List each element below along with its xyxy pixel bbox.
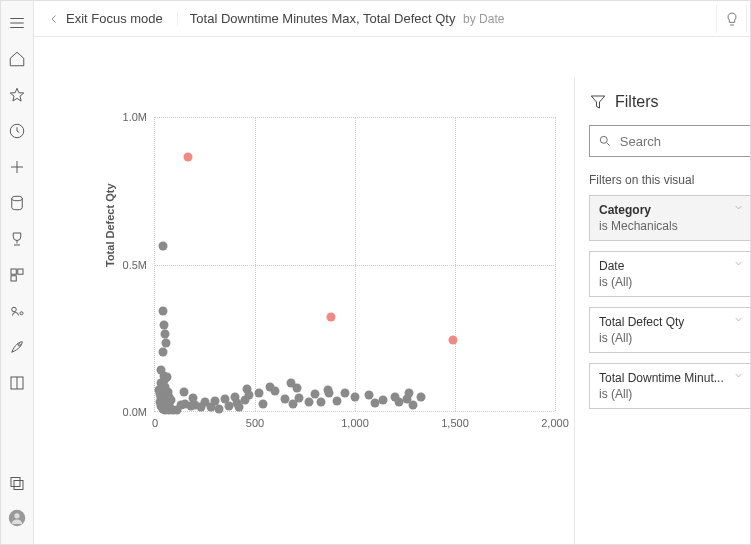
filter-name: Total Downtime Minut... xyxy=(599,371,751,385)
filter-search[interactable] xyxy=(589,125,751,157)
data-point[interactable] xyxy=(235,403,244,412)
plus-icon[interactable] xyxy=(1,151,33,183)
insight-icon[interactable] xyxy=(716,5,746,33)
y-tick: 1.0M xyxy=(123,111,155,123)
home-icon[interactable] xyxy=(1,43,33,75)
data-point[interactable] xyxy=(351,392,360,401)
y-tick: 0.0M xyxy=(123,406,155,418)
database-icon[interactable] xyxy=(1,187,33,219)
filter-card[interactable]: Total Defect Qty is (All) xyxy=(589,307,751,353)
scatter-plot[interactable]: 05001,0001,5002,0000.0M0.5M1.0M xyxy=(154,117,554,412)
main-area: Exit Focus mode Total Downtime Minutes M… xyxy=(34,1,751,544)
workspace-icon[interactable] xyxy=(1,466,33,498)
data-point[interactable] xyxy=(259,399,268,408)
filter-value: is (All) xyxy=(599,387,751,401)
svg-line-24 xyxy=(607,143,610,146)
svg-marker-22 xyxy=(591,96,605,108)
filter-name: Total Defect Qty xyxy=(599,315,751,329)
filter-value: is Mechanicals xyxy=(599,219,751,233)
filters-title: Filters xyxy=(615,93,751,111)
data-point[interactable] xyxy=(409,400,418,409)
topbar: Exit Focus mode Total Downtime Minutes M… xyxy=(34,1,751,37)
chevron-down-icon[interactable] xyxy=(733,370,744,381)
data-point[interactable] xyxy=(184,153,193,162)
data-point[interactable] xyxy=(317,397,326,406)
svg-point-7 xyxy=(12,196,23,201)
svg-point-14 xyxy=(20,312,23,315)
data-point[interactable] xyxy=(180,387,189,396)
data-point[interactable] xyxy=(161,330,170,339)
hamburger-icon[interactable] xyxy=(1,7,33,39)
filter-name: Date xyxy=(599,259,751,273)
chevron-down-icon[interactable] xyxy=(733,314,744,325)
chevron-left-icon xyxy=(48,13,60,25)
y-axis-label: Total Defect Qty xyxy=(104,183,116,267)
x-tick: 1,000 xyxy=(341,411,369,429)
filter-value: is (All) xyxy=(599,331,751,345)
data-point[interactable] xyxy=(295,393,304,402)
filters-panel: Filters Filters on this visual … Categor… xyxy=(574,77,751,544)
filters-header: Filters xyxy=(589,93,751,111)
share-icon[interactable] xyxy=(1,295,33,327)
data-point[interactable] xyxy=(417,392,426,401)
data-point[interactable] xyxy=(189,393,198,402)
book-icon[interactable] xyxy=(1,367,33,399)
svg-point-21 xyxy=(14,513,19,518)
data-point[interactable] xyxy=(160,321,169,330)
search-icon xyxy=(598,133,612,149)
filter-card[interactable]: Total Downtime Minut... is (All) xyxy=(589,363,751,409)
chevron-down-icon[interactable] xyxy=(733,258,744,269)
filter-card[interactable]: Date is (All) xyxy=(589,251,751,297)
data-point[interactable] xyxy=(159,348,168,357)
star-icon[interactable] xyxy=(1,79,33,111)
data-point[interactable] xyxy=(159,241,168,250)
left-nav xyxy=(1,1,34,544)
chevron-down-icon[interactable] xyxy=(733,202,744,213)
apps-icon[interactable] xyxy=(1,259,33,291)
svg-point-13 xyxy=(12,307,17,312)
data-point[interactable] xyxy=(255,388,264,397)
filter-section-label: Filters on this visual … xyxy=(589,173,751,187)
svg-point-15 xyxy=(18,344,20,346)
svg-rect-18 xyxy=(11,478,20,487)
filter-card[interactable]: Category is Mechanicals xyxy=(589,195,751,241)
exit-focus-button[interactable]: Exit Focus mode xyxy=(42,7,169,30)
data-point[interactable] xyxy=(405,388,414,397)
x-tick: 2,000 xyxy=(541,411,569,429)
search-input[interactable] xyxy=(620,134,751,149)
data-point[interactable] xyxy=(379,395,388,404)
svg-marker-3 xyxy=(10,88,24,101)
data-point[interactable] xyxy=(245,390,254,399)
filter-name: Category xyxy=(599,203,751,217)
svg-rect-12 xyxy=(11,276,16,281)
x-tick: 500 xyxy=(246,411,264,429)
data-point[interactable] xyxy=(449,336,458,345)
pin-icon[interactable] xyxy=(746,5,751,33)
data-point[interactable] xyxy=(215,404,224,413)
filter-value: is (All) xyxy=(599,275,751,289)
svg-rect-19 xyxy=(14,481,23,490)
exit-focus-label: Exit Focus mode xyxy=(66,11,163,26)
y-tick: 0.5M xyxy=(123,259,155,271)
data-point[interactable] xyxy=(305,398,314,407)
data-point[interactable] xyxy=(325,388,334,397)
content: Total Defect Qty 05001,0001,5002,0000.0M… xyxy=(34,37,751,544)
data-point[interactable] xyxy=(293,384,302,393)
data-point[interactable] xyxy=(327,312,336,321)
user-icon[interactable] xyxy=(1,502,33,534)
chart-area: Total Defect Qty 05001,0001,5002,0000.0M… xyxy=(34,37,574,544)
title-main: Total Downtime Minutes Max, Total Defect… xyxy=(190,11,456,26)
title-by: by Date xyxy=(463,12,504,26)
data-point[interactable] xyxy=(333,396,342,405)
page-title: Total Downtime Minutes Max, Total Defect… xyxy=(177,11,505,26)
svg-rect-11 xyxy=(18,269,23,274)
data-point[interactable] xyxy=(159,306,168,315)
svg-rect-10 xyxy=(11,269,16,274)
rocket-icon[interactable] xyxy=(1,331,33,363)
data-point[interactable] xyxy=(162,339,171,348)
data-point[interactable] xyxy=(341,388,350,397)
data-point[interactable] xyxy=(271,386,280,395)
svg-point-23 xyxy=(600,136,607,143)
recent-icon[interactable] xyxy=(1,115,33,147)
trophy-icon[interactable] xyxy=(1,223,33,255)
